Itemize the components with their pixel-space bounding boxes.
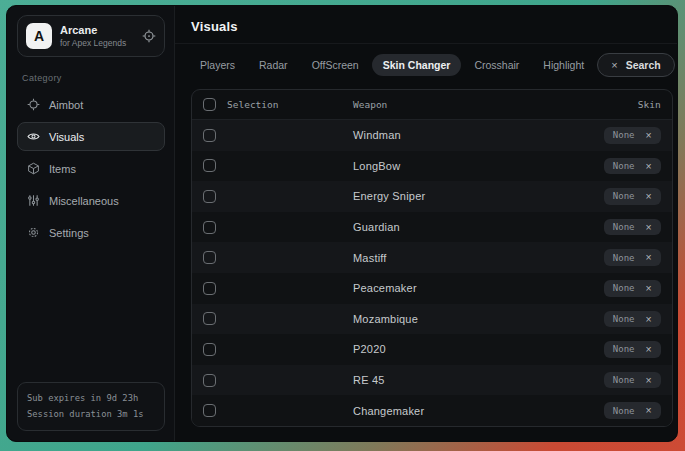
row-checkbox[interactable] [203,343,216,356]
skin-select-badge[interactable]: None × [604,158,661,175]
column-header-selection: Selection [227,99,278,110]
sidebar-item-label: Items [49,163,76,175]
clear-skin-icon[interactable]: × [646,161,652,172]
target-icon[interactable] [142,29,156,43]
skin-value: None [613,344,635,354]
sidebar: A Arcane for Apex Legends Category [7,6,175,441]
sidebar-item-miscellaneous[interactable]: Miscellaneous [17,186,165,215]
clear-skin-icon[interactable]: × [646,130,652,141]
subscription-info: Sub expires in 9d 23h Session duration 3… [17,382,165,431]
table-row: Changemaker None × [192,395,672,426]
crosshair-icon [27,98,40,111]
table-body: Windman None × LongBow None × [192,120,672,426]
sidebar-item-label: Miscellaneous [49,195,119,207]
weapon-name: Windman [353,129,604,141]
table-row: Mastiff None × [192,242,672,273]
weapon-name: Peacemaker [353,282,604,294]
row-checkbox[interactable] [203,374,216,387]
tab-radar[interactable]: Radar [248,54,299,76]
skin-value: None [613,161,635,171]
skin-select-badge[interactable]: None × [604,188,661,205]
session-duration-text: Session duration 3m 1s [27,407,155,422]
sidebar-item-settings[interactable]: Settings [17,218,165,247]
skin-value: None [613,253,635,263]
search-icon: × [611,59,617,71]
main-header: Visuals [175,6,678,44]
clear-skin-icon[interactable]: × [646,375,652,386]
skin-select-badge[interactable]: None × [604,127,661,144]
table-row: Windman None × [192,120,672,151]
clear-skin-icon[interactable]: × [646,252,652,263]
app-name: Arcane [60,24,134,38]
table-row: RE 45 None × [192,365,672,396]
weapon-name: RE 45 [353,374,604,386]
table-header-row: Selection Weapon Skin [192,90,672,120]
skin-select-badge[interactable]: None × [604,372,661,389]
skin-select-badge[interactable]: None × [604,341,661,358]
row-checkbox[interactable] [203,312,216,325]
skin-value: None [613,314,635,324]
skin-table: Selection Weapon Skin Windman None × Lon… [191,89,673,427]
app-logo: A [26,23,52,49]
weapon-name: LongBow [353,160,604,172]
app-window: A Arcane for Apex Legends Category [6,5,678,442]
weapon-name: Mozambique [353,313,604,325]
tab-crosshair[interactable]: Crosshair [463,54,530,76]
skin-value: None [613,375,635,385]
row-checkbox[interactable] [203,129,216,142]
skin-select-badge[interactable]: None × [604,311,661,328]
clear-skin-icon[interactable]: × [646,191,652,202]
sidebar-item-aimbot[interactable]: Aimbot [17,90,165,119]
column-header-skin: Skin [638,99,661,110]
skin-select-badge[interactable]: None × [604,219,661,236]
clear-skin-icon[interactable]: × [646,405,652,416]
weapon-name: Energy Sniper [353,190,604,202]
clear-skin-icon[interactable]: × [646,222,652,233]
search-button[interactable]: × Search [597,53,674,77]
skin-select-badge[interactable]: None × [604,249,661,266]
clear-skin-icon[interactable]: × [646,344,652,355]
skin-value: None [613,130,635,140]
row-checkbox[interactable] [203,190,216,203]
table-row: Peacemaker None × [192,273,672,304]
page-title: Visuals [191,19,673,34]
weapon-name: Guardian [353,221,604,233]
weapon-name: P2020 [353,343,604,355]
clear-skin-icon[interactable]: × [646,283,652,294]
sidebar-item-label: Settings [49,227,89,239]
sidebar-item-items[interactable]: Items [17,154,165,183]
search-button-label: Search [626,59,661,71]
app-subtitle: for Apex Legends [60,38,134,49]
sliders-icon [27,194,40,207]
tab-offscreen[interactable]: OffScreen [301,54,370,76]
weapon-name: Mastiff [353,252,604,264]
row-checkbox[interactable] [203,251,216,264]
tab-players[interactable]: Players [189,54,246,76]
table-row: Energy Sniper None × [192,181,672,212]
clear-skin-icon[interactable]: × [646,314,652,325]
sidebar-item-label: Visuals [49,131,84,143]
row-checkbox[interactable] [203,282,216,295]
tab-skin-changer[interactable]: Skin Changer [372,54,462,76]
tab-highlight[interactable]: Highlight [532,54,595,76]
tabs-bar: Players Radar OffScreen Skin Changer Cro… [175,44,678,84]
row-checkbox[interactable] [203,221,216,234]
sub-expiry-text: Sub expires in 9d 23h [27,391,155,406]
skin-value: None [613,191,635,201]
sidebar-nav: Aimbot Visuals Items [17,90,165,247]
sidebar-item-label: Aimbot [49,99,83,111]
table-row: LongBow None × [192,151,672,182]
cube-icon [27,162,40,175]
column-header-weapon: Weapon [353,99,638,110]
skin-value: None [613,406,635,416]
skin-select-badge[interactable]: None × [604,402,661,419]
main-panel: Visuals Players Radar OffScreen Skin Cha… [175,6,678,441]
table-row: Guardian None × [192,212,672,243]
row-checkbox[interactable] [203,404,216,417]
weapon-name: Changemaker [353,405,604,417]
skin-select-badge[interactable]: None × [604,280,661,297]
row-checkbox[interactable] [203,159,216,172]
sidebar-item-visuals[interactable]: Visuals [17,122,165,151]
select-all-checkbox[interactable] [203,98,216,111]
gear-icon [27,226,40,239]
